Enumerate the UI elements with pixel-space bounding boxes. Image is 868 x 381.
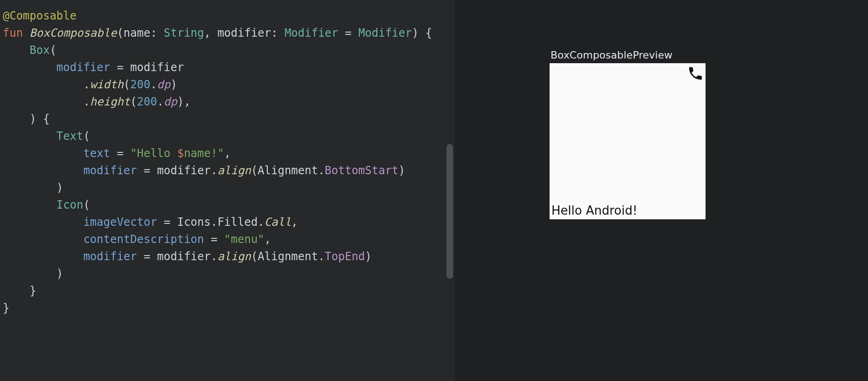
ide-window: @Composable fun BoxComposable(name: Stri… bbox=[0, 0, 868, 381]
function-name: BoxComposable bbox=[30, 26, 117, 39]
preview-pane: BoxComposablePreview Hello Android! bbox=[455, 0, 868, 381]
call-text: Text bbox=[57, 130, 84, 143]
code-content[interactable]: @Composable fun BoxComposable(name: Stri… bbox=[3, 7, 455, 317]
code-editor[interactable]: @Composable fun BoxComposable(name: Stri… bbox=[0, 0, 455, 381]
call-box: Box bbox=[30, 44, 50, 57]
annotation-composable: @Composable bbox=[3, 9, 77, 22]
preview-composable-box: Hello Android! bbox=[550, 63, 706, 219]
call-icon: Icon bbox=[57, 198, 84, 211]
keyword-fun: fun bbox=[3, 26, 23, 39]
call-icon bbox=[687, 65, 704, 82]
preview-title: BoxComposablePreview bbox=[551, 49, 673, 61]
editor-scrollbar[interactable] bbox=[447, 144, 453, 279]
preview-text: Hello Android! bbox=[551, 204, 637, 217]
